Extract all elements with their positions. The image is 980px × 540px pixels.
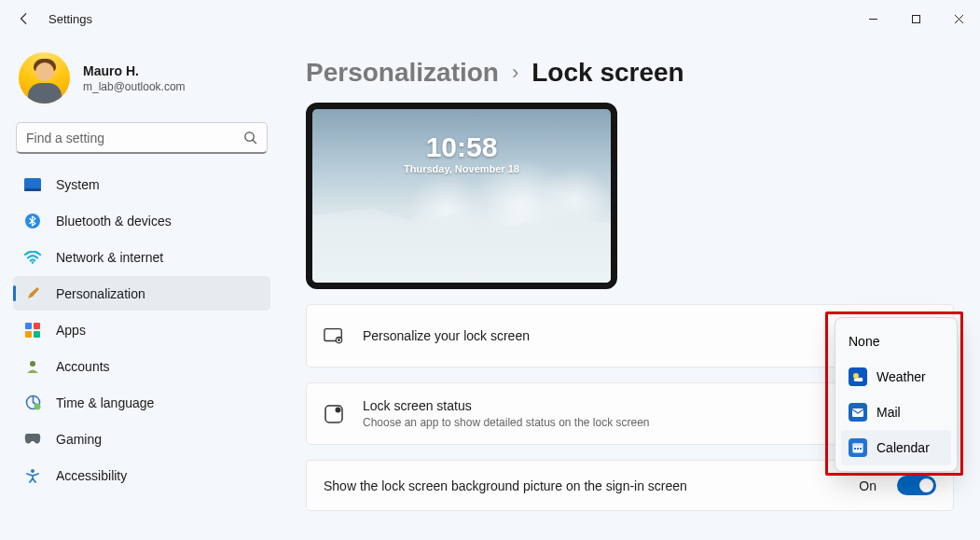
status-app-flyout: None Weather Mail Calendar [835, 317, 958, 472]
bluetooth-icon [24, 213, 41, 229]
card-title: Personalize your lock screen [363, 328, 876, 343]
flyout-item-mail[interactable]: Mail [841, 395, 951, 430]
nav-list: System Bluetooth & devices Network & int… [13, 167, 270, 492]
user-block[interactable]: Mauro H. m_lab@outlook.com [13, 41, 270, 122]
sidebar-item-label: Bluetooth & devices [56, 214, 172, 228]
window-controls [851, 0, 980, 37]
sidebar-item-bluetooth[interactable]: Bluetooth & devices [13, 203, 270, 238]
svg-point-5 [32, 261, 35, 264]
sidebar-item-label: Network & internet [56, 250, 163, 265]
search-box[interactable] [16, 122, 268, 154]
preview-time: 10:58 [312, 132, 611, 163]
flyout-item-weather[interactable]: Weather [841, 359, 951, 395]
breadcrumb: Personalization › Lock screen [306, 58, 954, 88]
svg-rect-16 [338, 339, 340, 341]
apps-icon [24, 322, 41, 339]
paintbrush-icon [24, 285, 41, 302]
svg-point-10 [30, 361, 35, 367]
sidebar-item-accounts[interactable]: Accounts [13, 349, 270, 383]
svg-rect-25 [860, 448, 862, 450]
lock-screen-preview: 10:58 Thursday, November 18 [306, 103, 617, 289]
mail-icon [849, 403, 867, 422]
svg-rect-0 [912, 15, 919, 22]
sidebar-item-label: Gaming [56, 432, 102, 447]
user-email: m_lab@outlook.com [83, 80, 186, 93]
svg-rect-6 [25, 323, 32, 329]
titlebar: Settings [0, 0, 980, 37]
sidebar-item-network[interactable]: Network & internet [13, 240, 270, 274]
system-icon [24, 176, 41, 193]
svg-rect-24 [857, 448, 859, 450]
gaming-icon [24, 431, 41, 448]
back-button[interactable] [17, 11, 32, 26]
svg-point-1 [245, 132, 254, 141]
svg-rect-9 [34, 331, 40, 338]
signin-bg-toggle[interactable] [897, 476, 936, 495]
search-input[interactable] [26, 131, 243, 145]
maximize-button[interactable] [894, 0, 937, 37]
flyout-item-label: Mail [876, 405, 901, 420]
flyout-item-label: None [849, 334, 879, 349]
svg-rect-22 [853, 444, 863, 447]
close-button[interactable] [937, 0, 980, 37]
svg-point-13 [31, 469, 35, 473]
user-name: Mauro H. [83, 63, 186, 78]
accessibility-icon [24, 467, 41, 484]
sidebar-item-label: Apps [56, 323, 86, 338]
breadcrumb-parent[interactable]: Personalization [306, 58, 499, 88]
sidebar-item-apps[interactable]: Apps [13, 312, 270, 347]
wifi-icon [24, 249, 41, 266]
sidebar-item-label: System [56, 177, 100, 192]
flyout-item-none[interactable]: None [841, 324, 951, 359]
sidebar-item-label: Accounts [56, 359, 110, 374]
minimize-button[interactable] [851, 0, 894, 37]
page-title: Lock screen [531, 58, 683, 88]
accounts-icon [24, 358, 41, 375]
sidebar-item-time-language[interactable]: Time & language [13, 385, 270, 420]
sidebar-item-label: Time & language [56, 395, 154, 410]
sidebar-item-personalization[interactable]: Personalization [13, 276, 270, 311]
window-title: Settings [48, 12, 92, 26]
flyout-item-calendar[interactable]: Calendar [841, 430, 951, 465]
svg-rect-2 [24, 178, 41, 189]
chevron-right-icon: › [512, 61, 518, 85]
svg-rect-3 [24, 188, 41, 191]
sidebar-item-gaming[interactable]: Gaming [13, 422, 270, 456]
avatar [19, 52, 70, 104]
svg-rect-23 [854, 448, 856, 450]
picture-lock-icon [324, 325, 344, 346]
search-icon [243, 131, 257, 145]
flyout-item-label: Weather [876, 369, 926, 384]
sidebar: Mauro H. m_lab@outlook.com System Blueto… [0, 37, 280, 540]
sidebar-item-label: Accessibility [56, 468, 127, 483]
svg-rect-8 [25, 331, 32, 338]
sidebar-item-label: Personalization [56, 286, 145, 301]
status-app-flyout-wrap: None Weather Mail Calendar [835, 317, 958, 472]
weather-icon [849, 367, 867, 386]
sidebar-item-accessibility[interactable]: Accessibility [13, 458, 270, 492]
calendar-icon [849, 438, 867, 457]
svg-point-12 [34, 404, 40, 410]
preview-date: Thursday, November 18 [312, 163, 611, 174]
status-app-icon [324, 404, 344, 424]
main-content: Personalization › Lock screen 10:58 Thur… [280, 37, 980, 540]
toggle-state-label: On [859, 478, 876, 493]
card-title: Show the lock screen background picture … [324, 478, 840, 493]
globe-clock-icon [24, 395, 41, 411]
flyout-item-label: Calendar [876, 440, 930, 455]
svg-point-19 [853, 373, 859, 379]
svg-point-18 [336, 407, 341, 412]
svg-rect-7 [34, 323, 40, 329]
sidebar-item-system[interactable]: System [13, 167, 270, 201]
